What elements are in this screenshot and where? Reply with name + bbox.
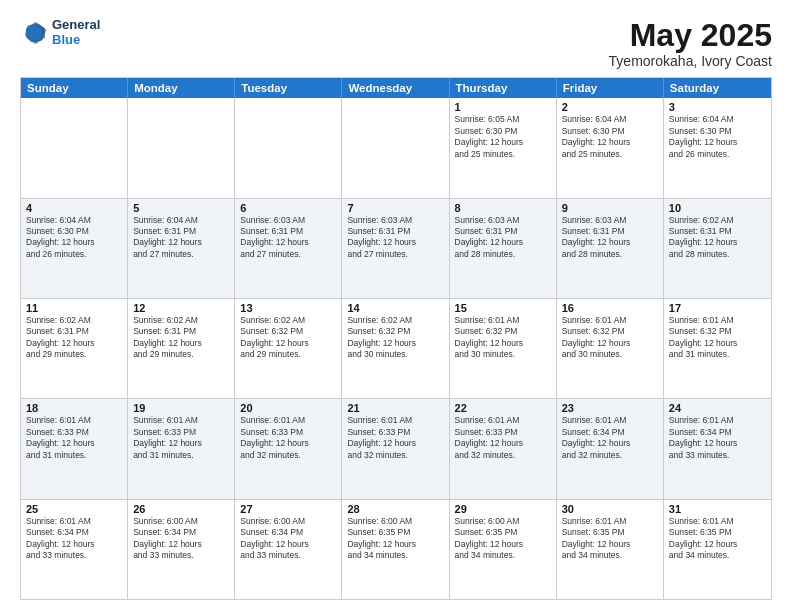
calendar-cell: 2Sunrise: 6:04 AM Sunset: 6:30 PM Daylig… xyxy=(557,98,664,197)
calendar-cell: 7Sunrise: 6:03 AM Sunset: 6:31 PM Daylig… xyxy=(342,199,449,298)
day-number: 4 xyxy=(26,202,122,214)
day-number: 12 xyxy=(133,302,229,314)
page: General Blue May 2025 Tyemorokaha, Ivory… xyxy=(0,0,792,612)
calendar-cell: 25Sunrise: 6:01 AM Sunset: 6:34 PM Dayli… xyxy=(21,500,128,599)
calendar-row: 25Sunrise: 6:01 AM Sunset: 6:34 PM Dayli… xyxy=(21,500,771,599)
cell-info: Sunrise: 6:01 AM Sunset: 6:35 PM Dayligh… xyxy=(669,516,766,562)
cell-info: Sunrise: 6:01 AM Sunset: 6:32 PM Dayligh… xyxy=(455,315,551,361)
calendar-cell: 27Sunrise: 6:00 AM Sunset: 6:34 PM Dayli… xyxy=(235,500,342,599)
day-number: 25 xyxy=(26,503,122,515)
logo-text: General Blue xyxy=(52,18,100,48)
day-number: 21 xyxy=(347,402,443,414)
cell-info: Sunrise: 6:01 AM Sunset: 6:33 PM Dayligh… xyxy=(26,415,122,461)
calendar-cell: 20Sunrise: 6:01 AM Sunset: 6:33 PM Dayli… xyxy=(235,399,342,498)
day-number: 14 xyxy=(347,302,443,314)
cell-info: Sunrise: 6:04 AM Sunset: 6:30 PM Dayligh… xyxy=(669,114,766,160)
day-number: 7 xyxy=(347,202,443,214)
calendar-cell: 26Sunrise: 6:00 AM Sunset: 6:34 PM Dayli… xyxy=(128,500,235,599)
day-number: 3 xyxy=(669,101,766,113)
day-number: 15 xyxy=(455,302,551,314)
calendar-cell: 21Sunrise: 6:01 AM Sunset: 6:33 PM Dayli… xyxy=(342,399,449,498)
day-number: 26 xyxy=(133,503,229,515)
cell-info: Sunrise: 6:00 AM Sunset: 6:35 PM Dayligh… xyxy=(347,516,443,562)
logo: General Blue xyxy=(20,18,100,48)
day-number: 27 xyxy=(240,503,336,515)
subtitle: Tyemorokaha, Ivory Coast xyxy=(609,53,772,69)
calendar-row: 4Sunrise: 6:04 AM Sunset: 6:30 PM Daylig… xyxy=(21,199,771,299)
day-number: 24 xyxy=(669,402,766,414)
cell-info: Sunrise: 6:01 AM Sunset: 6:33 PM Dayligh… xyxy=(133,415,229,461)
cell-info: Sunrise: 6:01 AM Sunset: 6:34 PM Dayligh… xyxy=(562,415,658,461)
calendar-body: 1Sunrise: 6:05 AM Sunset: 6:30 PM Daylig… xyxy=(21,98,771,599)
header: General Blue May 2025 Tyemorokaha, Ivory… xyxy=(20,18,772,69)
calendar-cell: 15Sunrise: 6:01 AM Sunset: 6:32 PM Dayli… xyxy=(450,299,557,398)
day-number: 18 xyxy=(26,402,122,414)
calendar-cell xyxy=(128,98,235,197)
day-number: 2 xyxy=(562,101,658,113)
calendar-cell: 1Sunrise: 6:05 AM Sunset: 6:30 PM Daylig… xyxy=(450,98,557,197)
cell-info: Sunrise: 6:01 AM Sunset: 6:34 PM Dayligh… xyxy=(669,415,766,461)
calendar-cell: 12Sunrise: 6:02 AM Sunset: 6:31 PM Dayli… xyxy=(128,299,235,398)
main-title: May 2025 xyxy=(609,18,772,53)
cell-info: Sunrise: 6:02 AM Sunset: 6:32 PM Dayligh… xyxy=(240,315,336,361)
day-number: 23 xyxy=(562,402,658,414)
day-number: 22 xyxy=(455,402,551,414)
calendar-row: 18Sunrise: 6:01 AM Sunset: 6:33 PM Dayli… xyxy=(21,399,771,499)
cell-info: Sunrise: 6:01 AM Sunset: 6:33 PM Dayligh… xyxy=(455,415,551,461)
cell-info: Sunrise: 6:03 AM Sunset: 6:31 PM Dayligh… xyxy=(562,215,658,261)
cell-info: Sunrise: 6:01 AM Sunset: 6:32 PM Dayligh… xyxy=(562,315,658,361)
cell-info: Sunrise: 6:03 AM Sunset: 6:31 PM Dayligh… xyxy=(347,215,443,261)
calendar-cell: 30Sunrise: 6:01 AM Sunset: 6:35 PM Dayli… xyxy=(557,500,664,599)
calendar-cell: 24Sunrise: 6:01 AM Sunset: 6:34 PM Dayli… xyxy=(664,399,771,498)
day-number: 19 xyxy=(133,402,229,414)
day-number: 8 xyxy=(455,202,551,214)
day-number: 9 xyxy=(562,202,658,214)
day-number: 20 xyxy=(240,402,336,414)
calendar-cell: 18Sunrise: 6:01 AM Sunset: 6:33 PM Dayli… xyxy=(21,399,128,498)
cell-info: Sunrise: 6:01 AM Sunset: 6:35 PM Dayligh… xyxy=(562,516,658,562)
cell-info: Sunrise: 6:01 AM Sunset: 6:34 PM Dayligh… xyxy=(26,516,122,562)
calendar-cell: 22Sunrise: 6:01 AM Sunset: 6:33 PM Dayli… xyxy=(450,399,557,498)
calendar-cell: 23Sunrise: 6:01 AM Sunset: 6:34 PM Dayli… xyxy=(557,399,664,498)
day-number: 1 xyxy=(455,101,551,113)
weekday-header: Tuesday xyxy=(235,78,342,98)
cell-info: Sunrise: 6:04 AM Sunset: 6:31 PM Dayligh… xyxy=(133,215,229,261)
weekday-header: Sunday xyxy=(21,78,128,98)
day-number: 11 xyxy=(26,302,122,314)
cell-info: Sunrise: 6:01 AM Sunset: 6:33 PM Dayligh… xyxy=(347,415,443,461)
calendar-row: 11Sunrise: 6:02 AM Sunset: 6:31 PM Dayli… xyxy=(21,299,771,399)
calendar-cell xyxy=(235,98,342,197)
cell-info: Sunrise: 6:04 AM Sunset: 6:30 PM Dayligh… xyxy=(562,114,658,160)
calendar-cell: 3Sunrise: 6:04 AM Sunset: 6:30 PM Daylig… xyxy=(664,98,771,197)
title-block: May 2025 Tyemorokaha, Ivory Coast xyxy=(609,18,772,69)
cell-info: Sunrise: 6:02 AM Sunset: 6:31 PM Dayligh… xyxy=(26,315,122,361)
cell-info: Sunrise: 6:01 AM Sunset: 6:33 PM Dayligh… xyxy=(240,415,336,461)
day-number: 28 xyxy=(347,503,443,515)
weekday-header: Wednesday xyxy=(342,78,449,98)
calendar-row: 1Sunrise: 6:05 AM Sunset: 6:30 PM Daylig… xyxy=(21,98,771,198)
cell-info: Sunrise: 6:03 AM Sunset: 6:31 PM Dayligh… xyxy=(455,215,551,261)
calendar-cell: 11Sunrise: 6:02 AM Sunset: 6:31 PM Dayli… xyxy=(21,299,128,398)
calendar-cell: 6Sunrise: 6:03 AM Sunset: 6:31 PM Daylig… xyxy=(235,199,342,298)
cell-info: Sunrise: 6:02 AM Sunset: 6:31 PM Dayligh… xyxy=(669,215,766,261)
calendar-cell: 19Sunrise: 6:01 AM Sunset: 6:33 PM Dayli… xyxy=(128,399,235,498)
day-number: 16 xyxy=(562,302,658,314)
cell-info: Sunrise: 6:04 AM Sunset: 6:30 PM Dayligh… xyxy=(26,215,122,261)
day-number: 13 xyxy=(240,302,336,314)
calendar-cell xyxy=(342,98,449,197)
calendar-cell xyxy=(21,98,128,197)
weekday-header: Thursday xyxy=(450,78,557,98)
cell-info: Sunrise: 6:00 AM Sunset: 6:34 PM Dayligh… xyxy=(240,516,336,562)
cell-info: Sunrise: 6:05 AM Sunset: 6:30 PM Dayligh… xyxy=(455,114,551,160)
cell-info: Sunrise: 6:00 AM Sunset: 6:34 PM Dayligh… xyxy=(133,516,229,562)
day-number: 30 xyxy=(562,503,658,515)
calendar-cell: 9Sunrise: 6:03 AM Sunset: 6:31 PM Daylig… xyxy=(557,199,664,298)
weekday-header: Monday xyxy=(128,78,235,98)
day-number: 29 xyxy=(455,503,551,515)
calendar-cell: 29Sunrise: 6:00 AM Sunset: 6:35 PM Dayli… xyxy=(450,500,557,599)
cell-info: Sunrise: 6:02 AM Sunset: 6:32 PM Dayligh… xyxy=(347,315,443,361)
cell-info: Sunrise: 6:03 AM Sunset: 6:31 PM Dayligh… xyxy=(240,215,336,261)
day-number: 5 xyxy=(133,202,229,214)
calendar-cell: 4Sunrise: 6:04 AM Sunset: 6:30 PM Daylig… xyxy=(21,199,128,298)
calendar-cell: 13Sunrise: 6:02 AM Sunset: 6:32 PM Dayli… xyxy=(235,299,342,398)
